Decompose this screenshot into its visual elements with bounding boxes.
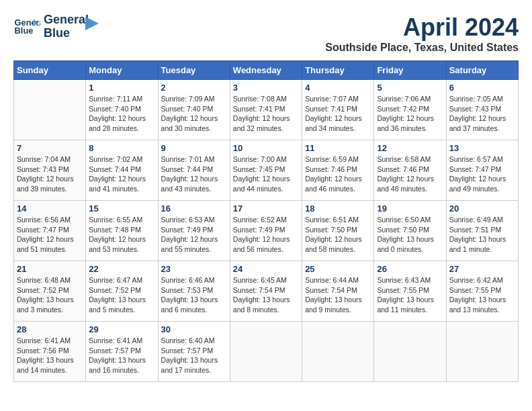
day-info: Sunrise: 6:46 AM Sunset: 7:53 PM Dayligh… <box>161 275 227 315</box>
calendar-cell <box>302 322 374 382</box>
calendar-week-5: 28Sunrise: 6:41 AM Sunset: 7:56 PM Dayli… <box>14 322 519 382</box>
day-number: 7 <box>17 143 83 153</box>
day-number: 1 <box>89 83 154 93</box>
day-number: 26 <box>377 264 443 274</box>
calendar-cell: 9Sunrise: 7:01 AM Sunset: 7:44 PM Daylig… <box>158 140 230 201</box>
page-header: General Blue General Blue April 2024 Sou… <box>13 13 519 54</box>
day-number: 27 <box>449 264 515 274</box>
calendar-cell: 2Sunrise: 7:09 AM Sunset: 7:40 PM Daylig… <box>158 80 230 140</box>
title-block: April 2024 Southside Place, Texas, Unite… <box>325 13 519 54</box>
calendar-cell: 20Sunrise: 6:49 AM Sunset: 7:51 PM Dayli… <box>446 201 518 261</box>
calendar-cell: 15Sunrise: 6:55 AM Sunset: 7:48 PM Dayli… <box>86 201 158 261</box>
day-info: Sunrise: 6:58 AM Sunset: 7:46 PM Dayligh… <box>377 154 443 194</box>
day-info: Sunrise: 6:44 AM Sunset: 7:54 PM Dayligh… <box>305 275 371 315</box>
day-info: Sunrise: 6:56 AM Sunset: 7:47 PM Dayligh… <box>17 215 83 255</box>
weekday-header-wednesday: Wednesday <box>230 61 302 80</box>
calendar-cell: 1Sunrise: 7:11 AM Sunset: 7:40 PM Daylig… <box>86 80 158 140</box>
calendar-cell: 16Sunrise: 6:53 AM Sunset: 7:49 PM Dayli… <box>158 201 230 261</box>
calendar-week-3: 14Sunrise: 6:56 AM Sunset: 7:47 PM Dayli… <box>14 201 519 261</box>
calendar-cell: 14Sunrise: 6:56 AM Sunset: 7:47 PM Dayli… <box>14 201 86 261</box>
calendar-cell: 5Sunrise: 7:06 AM Sunset: 7:42 PM Daylig… <box>374 80 446 140</box>
day-number: 4 <box>305 83 371 93</box>
weekday-header-friday: Friday <box>374 61 446 80</box>
day-info: Sunrise: 6:51 AM Sunset: 7:50 PM Dayligh… <box>305 215 371 255</box>
day-number: 18 <box>305 203 371 214</box>
day-info: Sunrise: 6:41 AM Sunset: 7:56 PM Dayligh… <box>17 336 83 375</box>
day-number: 5 <box>377 83 443 93</box>
day-number: 22 <box>89 264 154 274</box>
day-number: 21 <box>17 264 83 274</box>
day-number: 29 <box>89 324 154 334</box>
weekday-header-monday: Monday <box>86 61 158 80</box>
day-number: 30 <box>161 324 227 334</box>
day-number: 3 <box>233 83 299 93</box>
month-title: April 2024 <box>325 13 519 42</box>
logo-line1: General <box>44 13 89 27</box>
calendar-cell: 3Sunrise: 7:08 AM Sunset: 7:41 PM Daylig… <box>230 80 302 140</box>
day-number: 2 <box>161 83 227 93</box>
logo-line2: Blue <box>44 27 70 40</box>
calendar-cell: 25Sunrise: 6:44 AM Sunset: 7:54 PM Dayli… <box>302 261 374 322</box>
calendar-cell: 10Sunrise: 7:00 AM Sunset: 7:45 PM Dayli… <box>230 140 302 201</box>
day-info: Sunrise: 7:00 AM Sunset: 7:45 PM Dayligh… <box>233 154 299 194</box>
day-number: 12 <box>377 143 443 153</box>
calendar-cell: 29Sunrise: 6:41 AM Sunset: 7:57 PM Dayli… <box>86 322 158 382</box>
calendar-cell: 11Sunrise: 6:59 AM Sunset: 7:46 PM Dayli… <box>302 140 374 201</box>
day-number: 14 <box>17 203 83 214</box>
calendar-cell: 27Sunrise: 6:42 AM Sunset: 7:55 PM Dayli… <box>446 261 518 322</box>
day-number: 16 <box>161 203 227 214</box>
day-info: Sunrise: 6:57 AM Sunset: 7:47 PM Dayligh… <box>449 154 515 194</box>
day-info: Sunrise: 6:48 AM Sunset: 7:52 PM Dayligh… <box>17 275 83 315</box>
day-number: 19 <box>377 203 443 214</box>
calendar-week-2: 7Sunrise: 7:04 AM Sunset: 7:43 PM Daylig… <box>14 140 519 201</box>
calendar-cell: 28Sunrise: 6:41 AM Sunset: 7:56 PM Dayli… <box>14 322 86 382</box>
calendar-cell: 18Sunrise: 6:51 AM Sunset: 7:50 PM Dayli… <box>302 201 374 261</box>
day-number: 25 <box>305 264 371 274</box>
day-info: Sunrise: 6:49 AM Sunset: 7:51 PM Dayligh… <box>449 215 515 255</box>
day-info: Sunrise: 6:45 AM Sunset: 7:54 PM Dayligh… <box>233 275 299 315</box>
calendar-cell: 4Sunrise: 7:07 AM Sunset: 7:41 PM Daylig… <box>302 80 374 140</box>
day-number: 20 <box>449 203 515 214</box>
day-info: Sunrise: 7:07 AM Sunset: 7:41 PM Dayligh… <box>305 94 371 134</box>
logo-arrow <box>85 13 99 34</box>
day-info: Sunrise: 6:47 AM Sunset: 7:52 PM Dayligh… <box>89 275 154 315</box>
day-number: 8 <box>89 143 154 153</box>
calendar-cell: 24Sunrise: 6:45 AM Sunset: 7:54 PM Dayli… <box>230 261 302 322</box>
day-info: Sunrise: 7:11 AM Sunset: 7:40 PM Dayligh… <box>89 94 154 134</box>
weekday-header-sunday: Sunday <box>14 61 86 80</box>
calendar-week-4: 21Sunrise: 6:48 AM Sunset: 7:52 PM Dayli… <box>14 261 519 322</box>
calendar-cell: 19Sunrise: 6:50 AM Sunset: 7:50 PM Dayli… <box>374 201 446 261</box>
calendar-cell <box>14 80 86 140</box>
day-number: 23 <box>161 264 227 274</box>
calendar-cell: 7Sunrise: 7:04 AM Sunset: 7:43 PM Daylig… <box>14 140 86 201</box>
day-info: Sunrise: 6:40 AM Sunset: 7:57 PM Dayligh… <box>161 336 227 375</box>
weekday-header-tuesday: Tuesday <box>158 61 230 80</box>
day-info: Sunrise: 6:42 AM Sunset: 7:55 PM Dayligh… <box>449 275 515 315</box>
calendar-cell: 6Sunrise: 7:05 AM Sunset: 7:43 PM Daylig… <box>446 80 518 140</box>
calendar-cell: 23Sunrise: 6:46 AM Sunset: 7:53 PM Dayli… <box>158 261 230 322</box>
logo-icon: General Blue <box>13 13 40 40</box>
calendar-week-1: 1Sunrise: 7:11 AM Sunset: 7:40 PM Daylig… <box>14 80 519 140</box>
calendar-cell <box>230 322 302 382</box>
calendar-cell: 8Sunrise: 7:02 AM Sunset: 7:44 PM Daylig… <box>86 140 158 201</box>
calendar-cell: 13Sunrise: 6:57 AM Sunset: 7:47 PM Dayli… <box>446 140 518 201</box>
location-subtitle: Southside Place, Texas, United States <box>325 42 519 54</box>
day-info: Sunrise: 6:43 AM Sunset: 7:55 PM Dayligh… <box>377 275 443 315</box>
day-info: Sunrise: 6:53 AM Sunset: 7:49 PM Dayligh… <box>161 215 227 255</box>
weekday-header-saturday: Saturday <box>446 61 518 80</box>
weekday-header-thursday: Thursday <box>302 61 374 80</box>
day-number: 28 <box>17 324 83 334</box>
day-number: 24 <box>233 264 299 274</box>
day-info: Sunrise: 7:08 AM Sunset: 7:41 PM Dayligh… <box>233 94 299 134</box>
calendar-cell: 21Sunrise: 6:48 AM Sunset: 7:52 PM Dayli… <box>14 261 86 322</box>
calendar-cell: 12Sunrise: 6:58 AM Sunset: 7:46 PM Dayli… <box>374 140 446 201</box>
day-info: Sunrise: 7:02 AM Sunset: 7:44 PM Dayligh… <box>89 154 154 194</box>
day-number: 15 <box>89 203 154 214</box>
day-info: Sunrise: 7:04 AM Sunset: 7:43 PM Dayligh… <box>17 154 83 194</box>
day-info: Sunrise: 6:41 AM Sunset: 7:57 PM Dayligh… <box>89 336 154 375</box>
day-number: 17 <box>233 203 299 214</box>
day-info: Sunrise: 7:06 AM Sunset: 7:42 PM Dayligh… <box>377 94 443 134</box>
day-info: Sunrise: 7:01 AM Sunset: 7:44 PM Dayligh… <box>161 154 227 194</box>
day-number: 10 <box>233 143 299 153</box>
day-info: Sunrise: 7:09 AM Sunset: 7:40 PM Dayligh… <box>161 94 227 134</box>
